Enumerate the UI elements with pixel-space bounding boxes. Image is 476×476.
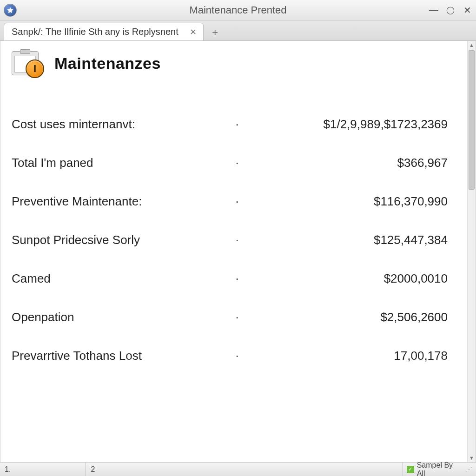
page-header: I Maintenanzes <box>12 49 456 77</box>
row-separator: · <box>230 156 244 170</box>
list-item: Cost uses minternanvt: · $1/2,9,989,$172… <box>12 105 456 144</box>
status-right: ✓ Sampel By All ⋰ <box>403 461 476 476</box>
maintenance-clipboard-icon: I <box>12 49 45 77</box>
list-item: Total I'm paned · $366,967 <box>12 144 456 182</box>
row-label: Camed <box>12 271 230 286</box>
row-value: $116,370,990 <box>244 194 452 209</box>
new-tab-button[interactable]: + <box>207 25 223 40</box>
page-title: Maintenanzes <box>54 54 161 73</box>
status-right-label: Sampel By All <box>417 461 461 476</box>
app-star-icon <box>4 4 17 17</box>
list-item: Prevarrtive Tothans Lost · 17,00,178 <box>12 337 456 375</box>
info-badge-icon: I <box>26 60 44 78</box>
content-area: I Maintenanzes Cost uses minternanvt: · … <box>0 41 476 462</box>
status-page-1[interactable]: 1. <box>0 463 86 476</box>
tab-close-icon[interactable]: ✕ <box>190 27 197 37</box>
close-button[interactable]: ✕ <box>462 5 472 16</box>
row-value: $1/2,9,989,$1723,2369 <box>244 117 452 132</box>
row-separator: · <box>230 310 244 324</box>
row-separator: · <box>230 194 244 209</box>
tab-label: Sanpk/: The Ilfinie Sth any is Replysnen… <box>12 26 178 37</box>
scroll-down-icon[interactable]: ▼ <box>468 454 476 462</box>
row-value: 17,00,178 <box>244 349 452 363</box>
row-separator: · <box>230 117 244 132</box>
row-value: $366,967 <box>244 156 452 170</box>
list-item: Preventive Maintenante: · $116,370,990 <box>12 182 456 221</box>
row-value: $2000,0010 <box>244 271 452 286</box>
row-separator: · <box>230 271 244 286</box>
tab-active[interactable]: Sanpk/: The Ilfinie Sth any is Replysnen… <box>4 23 204 40</box>
row-label: Cost uses minternanvt: <box>12 117 230 132</box>
list-item: Camed · $2000,0010 <box>12 259 456 298</box>
vertical-scrollbar[interactable]: ▲ ▼ <box>467 41 476 462</box>
row-separator: · <box>230 349 244 363</box>
minimize-button[interactable]: — <box>429 5 439 15</box>
row-value: $2,506,2600 <box>244 310 452 324</box>
window-controls: — ◯ ✕ <box>429 5 472 16</box>
row-label: Openpation <box>12 310 230 324</box>
scroll-up-icon[interactable]: ▲ <box>468 41 476 49</box>
list-item: Openpation · $2,506,2600 <box>12 298 456 337</box>
row-label: Sunpot Pridecsive Sorly <box>12 233 230 247</box>
status-bar: 1. 2 ✓ Sampel By All ⋰ <box>0 462 476 476</box>
cost-summary-list: Cost uses minternanvt: · $1/2,9,989,$172… <box>12 105 456 375</box>
row-label: Preventive Maintenante: <box>12 194 230 209</box>
resize-grip-icon[interactable]: ⋰ <box>466 466 472 473</box>
titlebar: Maintenance Prented — ◯ ✕ <box>0 0 476 20</box>
maximize-button[interactable]: ◯ <box>445 6 456 14</box>
window-title: Maintenance Prented <box>0 4 476 16</box>
status-page-2[interactable]: 2 <box>86 463 403 476</box>
row-label: Prevarrtive Tothans Lost <box>12 349 230 363</box>
list-item: Sunpot Pridecsive Sorly · $125,447,384 <box>12 221 456 259</box>
document-body: I Maintenanzes Cost uses minternanvt: · … <box>0 41 467 462</box>
row-value: $125,447,384 <box>244 233 452 247</box>
row-separator: · <box>230 233 244 247</box>
check-icon: ✓ <box>407 466 414 473</box>
row-label: Total I'm paned <box>12 156 230 170</box>
scroll-thumb[interactable] <box>469 50 475 190</box>
tab-strip: Sanpk/: The Ilfinie Sth any is Replysnen… <box>0 20 476 41</box>
